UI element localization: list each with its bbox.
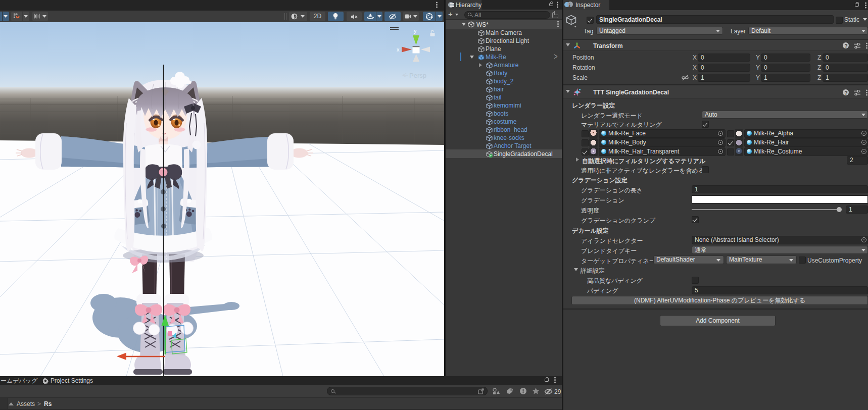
svg-text:y: y [414, 28, 417, 34]
svg-text:Persp: Persp [409, 72, 426, 79]
svg-text:x: x [397, 46, 400, 53]
